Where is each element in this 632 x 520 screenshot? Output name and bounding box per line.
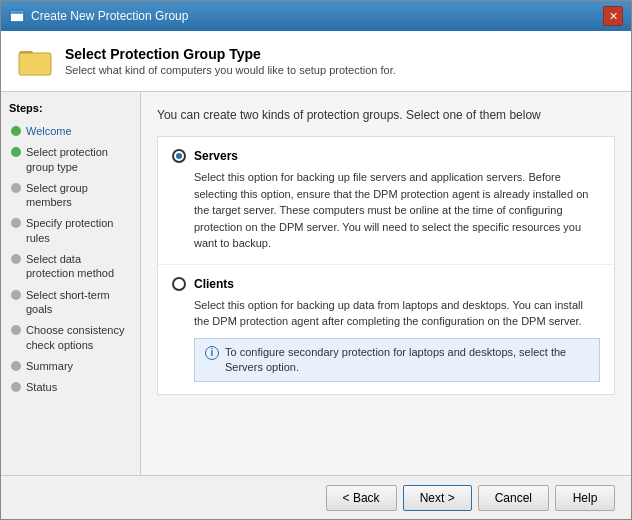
sidebar-item-consistency[interactable]: Choose consistency check options <box>9 321 132 354</box>
radio-clients[interactable] <box>172 277 186 291</box>
option-servers-header: Servers <box>172 149 600 163</box>
step-dot-data-protection <box>11 254 21 264</box>
svg-rect-4 <box>19 53 51 75</box>
sidebar-item-welcome[interactable]: Welcome <box>9 122 132 140</box>
option-clients[interactable]: Clients Select this option for backing u… <box>158 265 614 395</box>
steps-label: Steps: <box>9 102 132 114</box>
dialog-subtitle: Select what kind of computers you would … <box>65 64 396 76</box>
main-window: Create New Protection Group ✕ Select Pro… <box>0 0 632 520</box>
back-button[interactable]: < Back <box>326 485 397 511</box>
header-text-block: Select Protection Group Type Select what… <box>65 46 396 76</box>
option-servers[interactable]: Servers Select this option for backing u… <box>158 137 614 265</box>
close-button[interactable]: ✕ <box>603 6 623 26</box>
option-clients-header: Clients <box>172 277 600 291</box>
option-servers-desc: Select this option for backing up file s… <box>194 169 600 252</box>
options-group: Servers Select this option for backing u… <box>157 136 615 395</box>
intro-text: You can create two kinds of protection g… <box>157 108 615 122</box>
option-clients-label: Clients <box>194 277 234 291</box>
help-button[interactable]: Help <box>555 485 615 511</box>
window-icon <box>9 8 25 24</box>
sidebar-item-short-term[interactable]: Select short-term goals <box>9 286 132 319</box>
step-label-welcome: Welcome <box>26 124 72 138</box>
content-area: Steps: Welcome Select protection group t… <box>1 92 631 475</box>
dialog-header: Select Protection Group Type Select what… <box>1 31 631 92</box>
step-dot-select-type <box>11 147 21 157</box>
cancel-button[interactable]: Cancel <box>478 485 549 511</box>
step-dot-summary <box>11 361 21 371</box>
step-label-short-term: Select short-term goals <box>26 288 130 317</box>
next-button[interactable]: Next > <box>403 485 472 511</box>
title-bar-left: Create New Protection Group <box>9 8 188 24</box>
footer-buttons: < Back Next > Cancel Help <box>1 475 631 519</box>
step-label-summary: Summary <box>26 359 73 373</box>
step-label-data-protection: Select data protection method <box>26 252 130 281</box>
clients-info-box: i To configure secondary protection for … <box>194 338 600 383</box>
sidebar-item-summary[interactable]: Summary <box>9 357 132 375</box>
step-dot-short-term <box>11 290 21 300</box>
svg-rect-1 <box>11 14 23 21</box>
step-dot-welcome <box>11 126 21 136</box>
step-dot-specify-rules <box>11 218 21 228</box>
sidebar-item-select-members[interactable]: Select group members <box>9 179 132 212</box>
info-icon: i <box>205 346 219 360</box>
step-dot-consistency <box>11 325 21 335</box>
sidebar-item-select-type[interactable]: Select protection group type <box>9 143 132 176</box>
sidebar-item-specify-rules[interactable]: Specify protection rules <box>9 214 132 247</box>
clients-info-text: To configure secondary protection for la… <box>225 345 589 376</box>
steps-sidebar: Steps: Welcome Select protection group t… <box>1 92 141 475</box>
radio-servers[interactable] <box>172 149 186 163</box>
sidebar-item-status[interactable]: Status <box>9 378 132 396</box>
folder-icon <box>17 43 53 79</box>
step-label-consistency: Choose consistency check options <box>26 323 130 352</box>
step-dot-select-members <box>11 183 21 193</box>
step-label-select-type: Select protection group type <box>26 145 130 174</box>
sidebar-item-data-protection[interactable]: Select data protection method <box>9 250 132 283</box>
step-label-specify-rules: Specify protection rules <box>26 216 130 245</box>
option-clients-desc: Select this option for backing up data f… <box>194 297 600 330</box>
window-title: Create New Protection Group <box>31 9 188 23</box>
dialog-title: Select Protection Group Type <box>65 46 396 62</box>
step-label-status: Status <box>26 380 57 394</box>
step-dot-status <box>11 382 21 392</box>
step-label-select-members: Select group members <box>26 181 130 210</box>
title-bar: Create New Protection Group ✕ <box>1 1 631 31</box>
option-servers-label: Servers <box>194 149 238 163</box>
main-content: You can create two kinds of protection g… <box>141 92 631 475</box>
